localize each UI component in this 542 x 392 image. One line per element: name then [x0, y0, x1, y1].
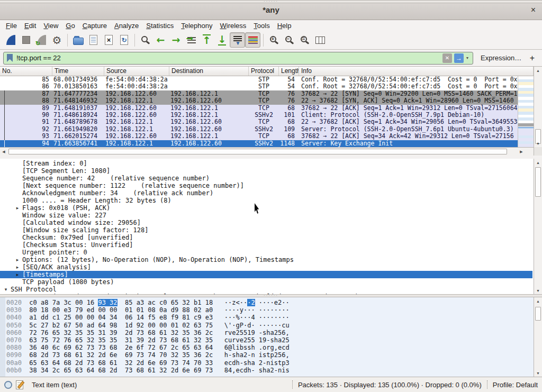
restart-capture-button[interactable]: ↻ — [34, 32, 49, 48]
menu-tools[interactable]: Tools — [250, 21, 273, 30]
bytes-vscrollbar[interactable]: ▲ ▼ — [534, 297, 542, 377]
column-header-time[interactable]: Time — [52, 67, 104, 76]
menu-telephony[interactable]: Telephony — [177, 21, 216, 30]
filter-history-dropdown-icon[interactable]: ▼ — [464, 56, 471, 60]
details-vscrollbar[interactable]: ▲ ▼ — [534, 159, 542, 294]
open-file-button[interactable] — [70, 32, 86, 48]
scroll-up-icon[interactable]: ▲ — [534, 159, 542, 166]
packet-row-90[interactable]: 9071.648618924192.168.122.60192.168.122.… — [0, 112, 518, 118]
go-back-button[interactable]: ← — [153, 32, 168, 48]
hex-row-00b0[interactable]: 00b0 38 34 2c 65 63 64 68 2d 73 68 61 32… — [0, 367, 532, 374]
hex-row-0070[interactable]: 0070 63 75 72 76 65 32 35 35 31 39 2d 73… — [0, 336, 532, 344]
scrollbar-thumb[interactable] — [535, 167, 541, 197]
detail-line[interactable]: ▸Flags: 0x018 (PSH, ACK) — [0, 204, 532, 212]
scroll-down-icon[interactable]: ▼ — [534, 369, 542, 377]
packet-row-86[interactable]: 8670.013850163fe:54:00:d4:38:2aSTP54Conf… — [0, 83, 518, 90]
expert-info-icon[interactable] — [4, 381, 12, 389]
packet-list-minimap[interactable] — [518, 76, 534, 147]
find-packet-button[interactable] — [138, 32, 153, 48]
go-forward-button[interactable]: → — [168, 32, 184, 48]
detail-line[interactable]: ▸Options: (12 bytes), No-Operation (NOP)… — [0, 256, 532, 263]
menu-edit[interactable]: Edit — [21, 21, 40, 30]
hex-row-0090[interactable]: 0090 68 2d 73 68 61 32 2d 6e 69 73 74 70… — [0, 351, 532, 359]
hex-row-0050[interactable]: 0050 5c 27 b2 67 50 ad 64 98 1d 92 00 00… — [0, 322, 532, 329]
menu-statistics[interactable]: Statistics — [142, 21, 177, 30]
capture-options-button[interactable]: ⚙ — [49, 32, 65, 48]
packet-list-vscrollbar[interactable]: ▲ ▼ — [534, 67, 542, 156]
status-profile[interactable]: Profile: Default — [493, 381, 538, 389]
packet-row-88[interactable]: 8871.648146932192.168.122.1192.168.122.6… — [0, 97, 518, 104]
scrollbar-thumb[interactable] — [8, 149, 507, 154]
detail-line[interactable]: [Calculated window size: 29056] — [0, 219, 532, 226]
zoom-out-button[interactable]: − — [282, 32, 297, 48]
menu-file[interactable]: File — [2, 21, 21, 30]
menu-wireless[interactable]: Wireless — [216, 21, 250, 30]
expand-arrow-icon[interactable]: ▸ — [14, 263, 21, 271]
detail-line[interactable]: [Window size scaling factor: 128] — [0, 226, 532, 234]
menu-view[interactable]: View — [40, 21, 62, 30]
detail-line[interactable]: ▾SSH Protocol — [0, 286, 532, 293]
stop-capture-button[interactable] — [19, 32, 34, 48]
column-header-length[interactable]: Length — [279, 67, 299, 76]
clear-filter-button[interactable]: ✕ — [442, 53, 452, 63]
scroll-up-icon[interactable]: ▲ — [534, 67, 542, 74]
add-filter-button[interactable]: + — [530, 53, 535, 63]
hex-row-0020[interactable]: 0020 c0 a8 7a 3c 00 16 93 32 85 a3 ac c0… — [0, 299, 532, 306]
go-last-button[interactable]: ↓ — [214, 32, 230, 48]
zoom-100-button[interactable]: = — [297, 32, 312, 48]
menu-go[interactable]: Go — [62, 21, 78, 30]
menu-help[interactable]: Help — [274, 21, 295, 30]
detail-line[interactable]: Window size value: 227 — [0, 212, 532, 219]
scroll-up-icon[interactable]: ▲ — [534, 297, 542, 305]
column-header-info[interactable]: Info — [299, 67, 534, 76]
save-file-button[interactable] — [86, 32, 101, 48]
zoom-in-button[interactable]: + — [266, 32, 282, 48]
packet-row-92[interactable]: 9271.661949820192.168.122.1192.168.122.6… — [0, 126, 518, 133]
packet-row-89[interactable]: 8971.648191037192.168.122.60192.168.122.… — [0, 105, 518, 112]
packet-list-hscrollbar[interactable]: ◀ ▶ — [0, 147, 534, 156]
auto-scroll-button[interactable]: ▼ — [230, 32, 245, 48]
hex-row-0030[interactable]: 0030 80 18 00 e3 79 ed 00 00 01 01 08 0a… — [0, 306, 532, 314]
scroll-right-icon[interactable]: ▶ — [518, 148, 525, 156]
menu-capture[interactable]: Capture — [79, 21, 111, 30]
pane-splitter[interactable]: ······ — [0, 0, 542, 3]
column-header-protocol[interactable]: Protocol — [249, 67, 279, 76]
menu-analyze[interactable]: Analyze — [111, 21, 142, 30]
scrollbar-thumb[interactable] — [535, 307, 541, 321]
reload-file-button[interactable]: ↻ — [116, 32, 132, 48]
close-file-button[interactable]: × — [101, 32, 116, 48]
detail-line[interactable]: 1000 .... = Header Length: 32 bytes (8) — [0, 197, 532, 204]
resize-columns-button[interactable] — [312, 32, 328, 48]
apply-filter-button[interactable]: → — [454, 53, 464, 63]
expression-button[interactable]: Expression… — [481, 54, 521, 62]
capture-comment-icon[interactable] — [16, 380, 23, 389]
packet-row-93[interactable]: 9371.662015274192.168.122.60192.168.122.… — [0, 133, 518, 140]
scroll-left-icon[interactable]: ◀ — [0, 148, 7, 156]
detail-line[interactable]: [Checksum Status: Unverified] — [0, 241, 532, 249]
hex-row-0060[interactable]: 0060 72 76 65 32 35 35 31 39 2d 73 68 61… — [0, 329, 532, 336]
detail-line[interactable]: Sequence number: 42 (relative sequence n… — [0, 175, 532, 182]
detail-line[interactable]: Urgent pointer: 0 — [0, 249, 532, 256]
expand-arrow-icon[interactable]: ▸ — [14, 256, 21, 263]
packet-row-91[interactable]: 9171.648789678192.168.122.1192.168.122.6… — [0, 118, 518, 125]
packet-row-85[interactable]: 8568.001734936fe:54:00:d4:38:2aSTP54Conf… — [0, 76, 518, 83]
column-header-destination[interactable]: Destination — [169, 67, 249, 76]
filter-text[interactable]: !tcp.port == 22 — [16, 54, 442, 62]
collapse-arrow-icon[interactable]: ▾ — [2, 286, 10, 293]
detail-line[interactable]: ▸[Timestamps] — [0, 271, 532, 278]
detail-line[interactable]: ▸[SEQ/ACK analysis] — [0, 263, 532, 271]
go-first-button[interactable]: ↑ — [199, 32, 214, 48]
filter-bookmark-icon[interactable] — [7, 54, 13, 62]
column-header-no[interactable]: No. — [0, 67, 52, 76]
hex-row-0080[interactable]: 0080 36 40 6c 69 62 73 73 68 2e 6f 72 67… — [0, 344, 532, 351]
detail-line[interactable]: Acknowledgment number: 34 (relative ack … — [0, 189, 532, 197]
go-to-packet-button[interactable]: → — [184, 32, 199, 48]
scroll-down-icon[interactable]: ▼ — [534, 287, 542, 294]
detail-line[interactable]: [TCP Segment Len: 1080] — [0, 167, 532, 175]
scroll-down-icon[interactable]: ▼ — [534, 140, 542, 147]
display-filter-input[interactable]: !tcp.port == 22 ✕ → ▼ — [3, 52, 473, 65]
hex-row-0040[interactable]: 0040 a1 dd c1 25 00 00 04 34 06 14 f5 e8… — [0, 314, 532, 321]
expand-arrow-icon[interactable]: ▸ — [14, 204, 21, 212]
packet-row-87[interactable]: 8771.647777234192.168.122.60192.168.122.… — [0, 90, 518, 97]
column-header-source[interactable]: Source — [104, 67, 169, 76]
